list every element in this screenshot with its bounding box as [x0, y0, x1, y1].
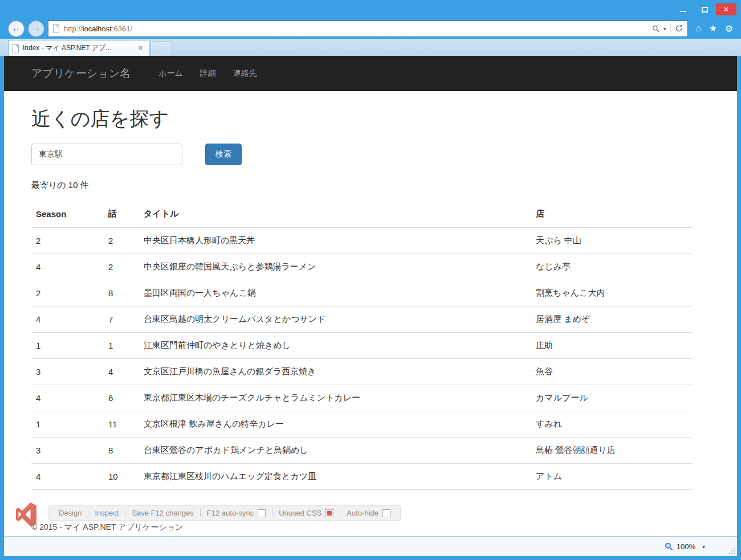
nav-link-contact[interactable]: 連絡先 — [225, 68, 266, 79]
cell-title: 文京区江戸川橋の魚屋さんの銀ダラ西京焼き — [139, 359, 531, 385]
cell-episode: 8 — [104, 438, 139, 464]
cell-title: 東京都江東区枝川のハムエッグ定食とカツ皿 — [139, 464, 531, 490]
cell-season: 4 — [31, 464, 104, 490]
cell-season: 4 — [31, 306, 104, 333]
shops-table: Season 話 タイトル 店 2 2 中央区日本橋人形町の黒天丼 天ぷら 中山… — [31, 201, 693, 490]
settings-gear-icon[interactable]: ⚙ — [725, 23, 733, 34]
header-season: Season — [31, 201, 104, 227]
vs-save-f12-button[interactable]: Save F12 changes — [125, 509, 199, 518]
address-bar-divider — [670, 23, 671, 34]
cell-episode: 7 — [104, 306, 139, 333]
close-icon: ✕ — [723, 6, 730, 13]
search-icon[interactable] — [652, 25, 659, 32]
vs-auto-hide-item: Auto-hide — [340, 509, 397, 518]
cell-season: 3 — [31, 438, 104, 464]
page-title: 近くの店を探す — [31, 106, 710, 132]
close-button[interactable]: ✕ — [716, 3, 736, 15]
search-input[interactable] — [31, 144, 182, 165]
cell-shop: 鳥椿 鶯谷朝顔通り店 — [531, 438, 693, 464]
footer-copyright: © 2015 - マイ ASP.NET アプリケーション — [31, 522, 183, 533]
tab-favicon — [13, 44, 19, 52]
table-row: 4 6 東京都江東区木場のチーズクルチャとラムミントカレー カマルプール — [31, 385, 693, 411]
zoom-control[interactable]: 100% ▾ — [665, 542, 705, 551]
maximize-icon — [702, 7, 708, 13]
url-scheme: http:// — [64, 24, 83, 33]
vs-design-button[interactable]: Design — [52, 509, 88, 518]
unused-css-checkbox[interactable] — [325, 509, 333, 517]
search-button[interactable]: 検索 — [205, 144, 242, 165]
address-bar-actions: ▾ — [652, 23, 683, 34]
minimize-button[interactable] — [673, 3, 693, 15]
address-bar[interactable]: http://localhost:6361/ ▾ — [48, 21, 688, 37]
cell-season: 2 — [31, 227, 104, 254]
tab-close-icon[interactable]: ✕ — [136, 44, 145, 52]
favorites-star-icon[interactable]: ★ — [709, 23, 716, 34]
table-row: 2 8 墨田区両国の一人ちゃんこ鍋 割烹ちゃんこ大内 — [31, 280, 693, 306]
search-dropdown-caret-icon[interactable]: ▾ — [663, 26, 666, 32]
cell-season: 1 — [31, 411, 104, 438]
cell-title: 文京区根津 飲み屋さんの特辛カレー — [139, 411, 531, 438]
cell-season: 4 — [31, 254, 104, 280]
cell-title: 江東区門前仲町のやきとりと焼きめし — [139, 333, 531, 359]
tab-bar: Index - マイ ASP.NET アプ... ✕ — [0, 39, 741, 56]
new-tab-button[interactable] — [150, 42, 172, 56]
site-navbar: アプリケーション名 ホーム 詳細 連絡先 — [4, 56, 737, 91]
cell-episode: 4 — [104, 359, 139, 385]
cell-title: 中央区銀座の韓国風天ぷらと参鶏湯ラーメン — [139, 254, 531, 280]
cell-shop: 庄助 — [531, 333, 693, 359]
cell-season: 4 — [31, 385, 104, 411]
nav-link-about[interactable]: 詳細 — [192, 68, 225, 79]
vs-unused-css-label: Unused CSS — [279, 509, 321, 517]
vs-f12-autosync-item: F12 auto-sync — [201, 509, 272, 518]
cell-season: 3 — [31, 359, 104, 385]
refresh-icon[interactable] — [675, 24, 683, 32]
cell-shop: すみれ — [531, 411, 693, 438]
page-icon — [53, 24, 59, 32]
back-icon: ← — [12, 23, 21, 34]
cell-episode: 8 — [104, 280, 139, 306]
minimize-icon — [680, 11, 686, 12]
cell-episode: 2 — [104, 227, 139, 254]
table-row: 3 4 文京区江戸川橋の魚屋さんの銀ダラ西京焼き 魚谷 — [31, 359, 693, 385]
cell-shop: 居酒屋 まめぞ — [531, 306, 693, 333]
url-text[interactable]: http://localhost:6361/ — [64, 24, 652, 33]
cell-title: 台東区鳥越の明太クリームパスタとかつサンド — [139, 306, 531, 333]
cell-title: 台東区鶯谷のアボカド鶏メンチと鳥鍋めし — [139, 438, 531, 464]
browser-link-toolbar: Design Inspect Save F12 changes F12 auto… — [48, 505, 401, 521]
home-icon[interactable]: ⌂ — [696, 23, 702, 34]
cell-shop: アトム — [531, 464, 693, 490]
resize-grip[interactable] — [728, 547, 735, 554]
page-container: 近くの店を探す 検索 最寄りの 10 件 Season 話 タイトル 店 — [31, 106, 710, 490]
table-row: 4 10 東京都江東区枝川のハムエッグ定食とカツ皿 アトム — [31, 464, 693, 490]
cell-episode: 2 — [104, 254, 139, 280]
cell-title: 墨田区両国の一人ちゃんこ鍋 — [139, 280, 531, 306]
navbar-brand[interactable]: アプリケーション名 — [31, 66, 131, 81]
f12-autosync-checkbox[interactable] — [258, 509, 266, 517]
table-row: 4 7 台東区鳥越の明太クリームパスタとかつサンド 居酒屋 まめぞ — [31, 306, 693, 333]
auto-hide-checkbox[interactable] — [382, 509, 390, 517]
maximize-button[interactable] — [694, 3, 715, 15]
window-controls: ✕ — [673, 3, 736, 15]
table-row: 3 8 台東区鶯谷のアボカド鶏メンチと鳥鍋めし 鳥椿 鶯谷朝顔通り店 — [31, 438, 693, 464]
vs-inspect-button[interactable]: Inspect — [88, 509, 125, 518]
cell-episode: 10 — [104, 464, 139, 490]
back-button[interactable]: ← — [8, 21, 25, 37]
table-row: 2 2 中央区日本橋人形町の黒天丼 天ぷら 中山 — [31, 227, 693, 254]
tab-title: Index - マイ ASP.NET アプ... — [23, 43, 132, 53]
cell-shop: なじみ亭 — [531, 254, 693, 280]
vs-unused-css-item: Unused CSS — [272, 509, 340, 518]
table-row: 4 2 中央区銀座の韓国風天ぷらと参鶏湯ラーメン なじみ亭 — [31, 254, 693, 280]
titlebar: ✕ — [0, 0, 741, 18]
cell-shop: 魚谷 — [531, 359, 693, 385]
cell-shop: 天ぷら 中山 — [531, 227, 693, 254]
cell-episode: 11 — [104, 411, 139, 438]
cell-season: 2 — [31, 280, 104, 306]
cell-episode: 1 — [104, 333, 139, 359]
navigation-bar: ← → http://localhost:6361/ ▾ ⌂ ★ ⚙ — [0, 18, 741, 39]
zoom-caret-icon: ▾ — [702, 543, 705, 550]
url-tail: :6361/ — [112, 24, 132, 33]
cell-title: 東京都江東区木場のチーズクルチャとラムミントカレー — [139, 385, 531, 411]
forward-button[interactable]: → — [28, 21, 44, 37]
nav-link-home[interactable]: ホーム — [150, 68, 192, 79]
tab-index[interactable]: Index - マイ ASP.NET アプ... ✕ — [8, 40, 149, 56]
